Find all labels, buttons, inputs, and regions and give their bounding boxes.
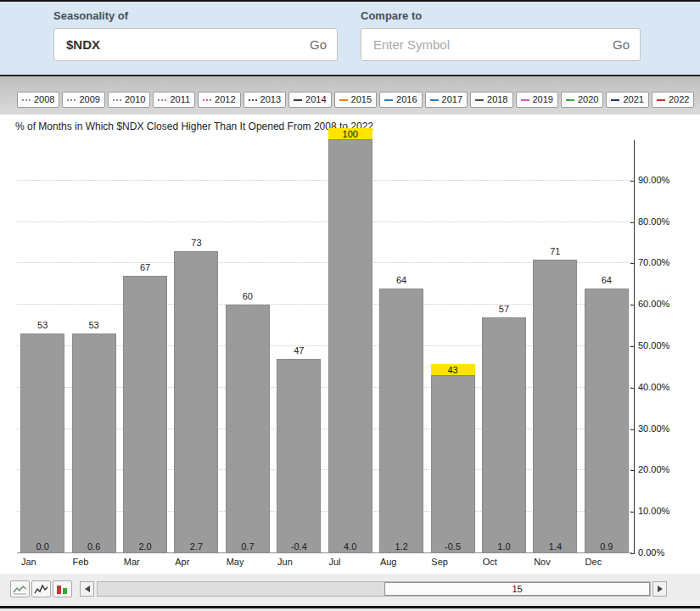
header-bar: Seasonality of Go Compare to Go — [0, 2, 700, 75]
line-chart-icon[interactable] — [10, 580, 30, 597]
y-axis-label: 60.00% — [638, 299, 669, 309]
year-marker-icon — [611, 99, 619, 101]
year-marker-icon — [339, 99, 348, 101]
compare-go-button[interactable]: Go — [606, 37, 630, 52]
bar-average-label: 0.9 — [581, 541, 632, 552]
y-axis-tick — [630, 512, 634, 513]
bar-average-label: 4.0 — [325, 541, 376, 552]
scroll-right-button[interactable] — [652, 581, 667, 597]
month-label-mar: Mar — [124, 557, 140, 567]
year-marker-icon — [22, 99, 31, 101]
bar-average-label: 1.0 — [479, 541, 529, 552]
y-axis-tick — [630, 263, 634, 264]
gridline — [17, 180, 632, 181]
bar-average-label: 0.0 — [17, 541, 68, 552]
legend-year-2020[interactable]: 2020 — [561, 92, 603, 108]
compare-to-label: Compare to — [361, 9, 641, 22]
legend-year-2013[interactable]: 2013 — [244, 92, 286, 108]
y-axis-label: 90.00% — [638, 175, 669, 185]
year-marker-icon — [113, 99, 121, 101]
bar-average-label: 2.7 — [171, 541, 221, 552]
y-axis-tick — [630, 181, 634, 182]
bar-value-label: 71 — [529, 246, 580, 256]
legend-year-2018[interactable]: 2018 — [470, 92, 512, 108]
legend-year-2021[interactable]: 2021 — [606, 92, 648, 108]
bar-value-label: 60 — [222, 291, 273, 301]
scrollbar-thumb[interactable]: 15 — [384, 582, 650, 596]
month-label-feb: Feb — [72, 557, 88, 567]
compare-input-box: Go — [361, 28, 641, 61]
seasonality-field-group: Seasonality of Go — [53, 9, 338, 61]
year-marker-icon — [657, 99, 665, 101]
y-axis-label: 30.00% — [638, 423, 669, 434]
month-label-jun: Jun — [277, 557, 293, 567]
bar-value-label: 53 — [68, 320, 119, 330]
y-axis-tick — [630, 305, 634, 306]
compare-symbol-input[interactable] — [372, 36, 606, 53]
month-label-aug: Aug — [380, 557, 397, 567]
y-axis-label: 20.00% — [638, 464, 669, 474]
bar-jul — [328, 139, 372, 553]
bar-average-label: 2.0 — [120, 541, 171, 552]
seasonality-app: Seasonality of Go Compare to Go 20082009… — [0, 0, 700, 611]
y-axis-label: 10.00% — [638, 506, 669, 516]
volume-bars-icon[interactable] — [53, 580, 72, 597]
legend-year-2015[interactable]: 2015 — [334, 92, 377, 108]
legend-year-2012[interactable]: 2012 — [198, 92, 240, 108]
month-label-dec: Dec — [585, 557, 602, 567]
symbol-go-button[interactable]: Go — [303, 37, 327, 52]
bar-average-label: -0.5 — [427, 541, 478, 552]
year-label: 2014 — [305, 94, 326, 105]
bar-feb — [72, 334, 116, 553]
scroll-left-button[interactable] — [80, 581, 94, 597]
y-axis-tick — [630, 470, 634, 471]
legend-year-2022[interactable]: 2022 — [652, 92, 694, 108]
chart-toolbar: 15 — [0, 574, 700, 606]
year-label: 2008 — [34, 94, 54, 105]
year-marker-icon — [384, 99, 393, 101]
year-marker-icon — [249, 99, 257, 101]
bar-value-label: 57 — [479, 304, 529, 314]
year-marker-icon — [430, 99, 439, 101]
gridline — [17, 221, 632, 222]
year-label: 2010 — [125, 94, 145, 105]
bar-value-label: 67 — [120, 262, 171, 272]
legend-year-2014[interactable]: 2014 — [288, 92, 331, 108]
symbol-input[interactable] — [64, 36, 303, 53]
bar-average-label: 1.4 — [529, 541, 580, 552]
year-label: 2017 — [442, 94, 462, 105]
bar-average-label: 0.6 — [68, 541, 119, 552]
legend-year-2011[interactable]: 2011 — [153, 92, 195, 108]
bottom-border — [0, 606, 700, 608]
year-label: 2012 — [215, 94, 235, 105]
bar-mar — [123, 276, 167, 553]
bar-dec — [585, 289, 629, 553]
legend-year-2016[interactable]: 2016 — [379, 92, 422, 108]
legend-year-2019[interactable]: 2019 — [516, 92, 558, 108]
year-label: 2022 — [669, 94, 689, 105]
right-arrow-icon — [658, 586, 663, 592]
y-axis-label: 50.00% — [638, 340, 669, 350]
highlight-value-sep: 43 — [431, 364, 475, 375]
scrollbar-track[interactable]: 15 — [97, 581, 651, 597]
year-marker-icon — [203, 99, 211, 101]
year-label: 2021 — [623, 94, 643, 105]
bar-jan — [20, 334, 64, 553]
month-label-may: May — [227, 557, 244, 567]
chart-title: % of Months in Which $NDX Closed Higher … — [15, 121, 373, 132]
y-axis-label: 40.00% — [638, 382, 669, 392]
bar-aug — [379, 289, 423, 553]
zigzag-line-icon[interactable] — [31, 580, 51, 597]
legend-year-2008[interactable]: 2008 — [17, 92, 59, 108]
year-label: 2016 — [396, 94, 417, 105]
month-label-apr: Apr — [175, 557, 189, 567]
compare-field-group: Compare to Go — [361, 9, 641, 61]
legend-year-2010[interactable]: 2010 — [108, 92, 150, 108]
legend-year-2009[interactable]: 2009 — [62, 92, 104, 108]
bar-sep — [431, 375, 475, 553]
year-legend: 2008200920102011201220132014201520162017… — [0, 76, 700, 115]
year-label: 2009 — [79, 94, 99, 105]
month-label-nov: Nov — [534, 557, 551, 567]
y-axis-tick — [630, 388, 634, 389]
legend-year-2017[interactable]: 2017 — [425, 92, 468, 108]
